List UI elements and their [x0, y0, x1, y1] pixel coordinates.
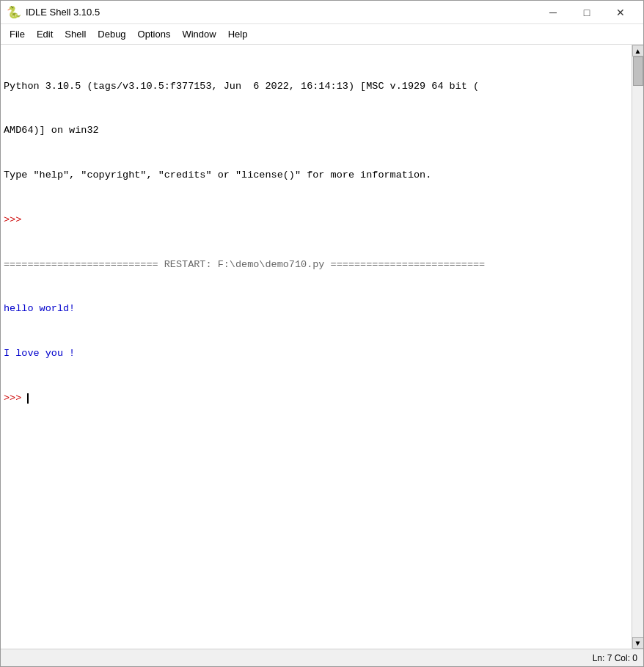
cursor-position: Ln: 7 Col: 0 — [593, 653, 637, 663]
output-line2: I love you ! — [4, 346, 629, 361]
minimize-button[interactable]: ─ — [536, 1, 570, 24]
menu-debug[interactable]: Debug — [92, 26, 131, 43]
scroll-up-arrow[interactable]: ▲ — [632, 45, 644, 57]
window-title: IDLE Shell 3.10.5 — [26, 7, 536, 18]
menu-window[interactable]: Window — [176, 26, 222, 43]
python-help-line: Type "help", "copyright", "credits" or "… — [4, 168, 629, 183]
scrollbar-track[interactable] — [632, 57, 644, 637]
maximize-button[interactable]: □ — [570, 1, 604, 24]
current-prompt-line[interactable]: >>> — [4, 391, 629, 406]
first-prompt-line: >>> — [4, 213, 629, 227]
title-bar: 🐍 IDLE Shell 3.10.5 ─ □ ✕ — [1, 1, 643, 24]
shell-output[interactable]: Python 3.10.5 (tags/v3.10.5:f377153, Jun… — [1, 45, 632, 649]
shell-area: Python 3.10.5 (tags/v3.10.5:f377153, Jun… — [1, 45, 643, 649]
status-bar: Ln: 7 Col: 0 — [1, 649, 643, 666]
scroll-down-arrow[interactable]: ▼ — [632, 637, 644, 649]
app-icon: 🐍 — [7, 5, 21, 20]
menu-file[interactable]: File — [4, 26, 31, 43]
menu-options[interactable]: Options — [132, 26, 177, 43]
menu-shell[interactable]: Shell — [59, 26, 92, 43]
idle-window: 🐍 IDLE Shell 3.10.5 ─ □ ✕ File Edit Shel… — [0, 0, 644, 667]
menu-help[interactable]: Help — [222, 26, 254, 43]
cursor — [27, 393, 29, 404]
restart-line: ========================== RESTART: F:\d… — [4, 258, 629, 272]
window-controls: ─ □ ✕ — [536, 1, 637, 24]
scrollbar-thumb[interactable] — [633, 57, 643, 86]
vertical-scrollbar: ▲ ▼ — [632, 45, 643, 649]
python-version-line2: AMD64)] on win32 — [4, 123, 629, 138]
menu-edit[interactable]: Edit — [31, 26, 59, 43]
menu-bar: File Edit Shell Debug Options Window Hel… — [1, 24, 643, 45]
output-line1: hello world! — [4, 302, 629, 316]
close-button[interactable]: ✕ — [604, 1, 637, 24]
python-version-line1: Python 3.10.5 (tags/v3.10.5:f377153, Jun… — [4, 79, 629, 94]
